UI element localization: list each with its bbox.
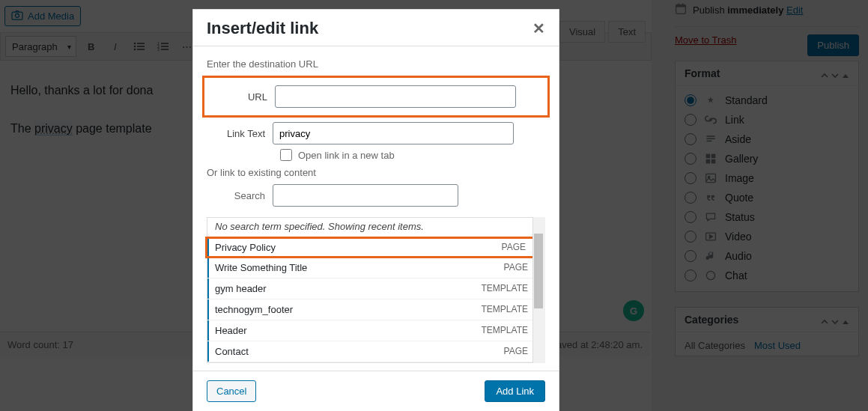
result-title: Write Something Title	[215, 262, 307, 273]
result-item[interactable]: HeaderTEMPLATE	[207, 320, 544, 341]
result-title: Header	[215, 325, 247, 336]
cancel-button[interactable]: Cancel	[207, 380, 256, 402]
result-type: PAGE	[504, 262, 528, 273]
results-header: No search term specified. Showing recent…	[207, 218, 544, 237]
results-list: No search term specified. Showing recent…	[207, 217, 545, 363]
url-input[interactable]	[275, 85, 516, 108]
result-item[interactable]: technogym_footerTEMPLATE	[207, 299, 544, 320]
result-title: Privacy Policy	[215, 242, 276, 253]
result-type: TEMPLATE	[482, 283, 528, 294]
linktext-input[interactable]	[273, 122, 514, 144]
url-label: URL	[209, 91, 275, 103]
result-type: PAGE	[504, 346, 528, 357]
search-label: Search	[207, 190, 273, 201]
or-link-label: Or link to existing content	[207, 167, 545, 178]
enter-dest-label: Enter the destination URL	[207, 58, 545, 70]
result-type: PAGE	[502, 242, 526, 253]
result-item[interactable]: gym headerTEMPLATE	[207, 278, 544, 299]
close-icon[interactable]: ✕	[532, 19, 545, 37]
result-type: TEMPLATE	[482, 304, 528, 315]
url-highlight: URL	[202, 76, 550, 118]
result-item[interactable]: Privacy PolicyPAGE	[205, 237, 544, 258]
scrollbar[interactable]	[532, 217, 545, 363]
new-tab-label: Open link in a new tab	[298, 150, 395, 161]
insert-link-modal: Insert/edit link ✕ Enter the destination…	[192, 9, 559, 411]
add-link-button[interactable]: Add Link	[485, 380, 545, 402]
result-title: technogym_footer	[215, 304, 293, 315]
search-input[interactable]	[273, 184, 458, 207]
result-type: TEMPLATE	[482, 325, 528, 336]
result-title: gym header	[215, 283, 267, 294]
result-title: Contact	[215, 346, 249, 357]
modal-title: Insert/edit link	[207, 19, 318, 38]
result-item[interactable]: ContactPAGE	[207, 341, 544, 362]
new-tab-checkbox[interactable]	[280, 149, 292, 161]
linktext-label: Link Text	[207, 128, 273, 139]
result-item[interactable]: Write Something TitlePAGE	[207, 258, 544, 278]
